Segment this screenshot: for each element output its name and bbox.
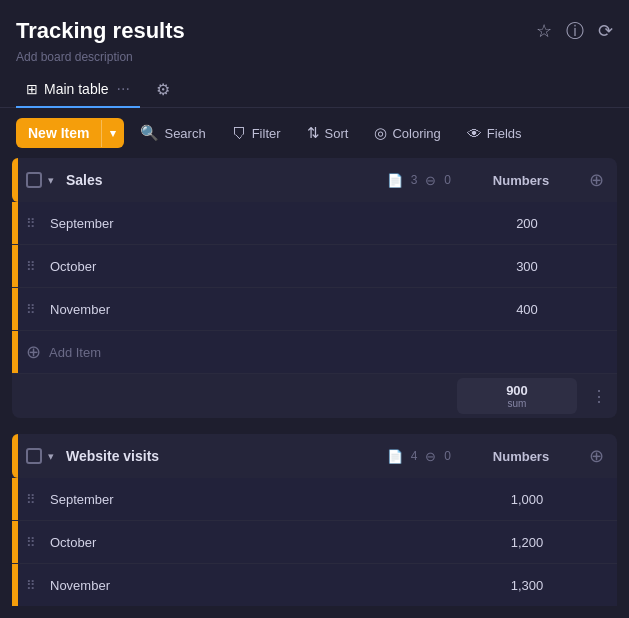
add-item-row[interactable]: ⊕ Add Item — [12, 331, 617, 374]
table-row: ⠿ October 1,200 — [12, 521, 617, 564]
toolbar: New Item ▾ 🔍 Search ⛉ Filter ⇅ Sort ◎ Co… — [0, 108, 629, 158]
sort-icon: ⇅ — [307, 124, 320, 142]
group-sub-count: 0 — [444, 449, 451, 463]
group-meta: 📄 3 ⊖ 0 — [377, 173, 461, 188]
coloring-button[interactable]: ◎ Coloring — [364, 118, 450, 148]
drag-handle-icon[interactable]: ⠿ — [18, 492, 44, 507]
info-icon[interactable]: ⓘ — [566, 19, 584, 43]
group-sales: ▾ Sales 📄 3 ⊖ 0 Numbers ⊕ ⠿ September 20… — [12, 158, 617, 418]
row-name[interactable]: October — [44, 525, 467, 560]
group-chevron-icon[interactable]: ▾ — [48, 450, 54, 463]
filter-button[interactable]: ⛉ Filter — [222, 119, 291, 148]
table-row: ⠿ September 200 — [12, 202, 617, 245]
group-website-header: ▾ Website visits 📄 4 ⊖ 0 Numbers ⊕ — [12, 434, 617, 478]
sub-icon: ⊖ — [425, 173, 436, 188]
table-row: ⠿ November 1,300 — [12, 564, 617, 606]
filter-label: Filter — [252, 126, 281, 141]
row-value: 400 — [467, 292, 587, 327]
group-sales-header: ▾ Sales 📄 3 ⊖ 0 Numbers ⊕ — [12, 158, 617, 202]
settings-icon[interactable]: ⚙ — [156, 80, 170, 99]
board-description[interactable]: Add board description — [0, 50, 629, 72]
add-column-button[interactable]: ⊕ — [581, 165, 611, 195]
table-row: ⠿ October 300 — [12, 245, 617, 288]
search-label: Search — [164, 126, 205, 141]
row-name[interactable]: October — [44, 249, 467, 284]
group-chevron-icon[interactable]: ▾ — [48, 174, 54, 187]
docs-icon: 📄 — [387, 449, 403, 464]
sub-icon: ⊖ — [425, 449, 436, 464]
filter-icon: ⛉ — [232, 125, 247, 142]
docs-icon: 📄 — [387, 173, 403, 188]
group-name[interactable]: Website visits — [62, 438, 377, 474]
group-sub-count: 0 — [444, 173, 451, 187]
tab-label: Main table — [44, 81, 109, 97]
row-name[interactable]: November — [44, 568, 467, 603]
drag-handle-icon[interactable]: ⠿ — [18, 259, 44, 274]
drag-handle-icon[interactable]: ⠿ — [18, 535, 44, 550]
row-value: 1,200 — [467, 525, 587, 560]
content-area: ▾ Sales 📄 3 ⊖ 0 Numbers ⊕ ⠿ September 20… — [0, 158, 629, 606]
sum-value-wrap: 900 sum — [457, 378, 577, 414]
table-row: ⠿ November 400 — [12, 288, 617, 331]
row-value: 1,300 — [467, 568, 587, 603]
sum-label: sum — [508, 398, 527, 409]
page-title: Tracking results — [16, 18, 185, 44]
table-icon: ⊞ — [26, 81, 38, 97]
drag-handle-icon[interactable]: ⠿ — [18, 578, 44, 593]
search-icon: 🔍 — [140, 124, 159, 142]
sum-row: 900 sum ⋮ — [12, 374, 617, 418]
group-docs-count: 3 — [411, 173, 418, 187]
star-icon[interactable]: ☆ — [536, 20, 552, 42]
new-item-dropdown-arrow[interactable]: ▾ — [101, 120, 124, 147]
group-name[interactable]: Sales — [62, 162, 377, 198]
row-value: 200 — [467, 206, 587, 241]
col-header-numbers: Numbers — [461, 439, 581, 474]
header: Tracking results ☆ ⓘ ⟳ — [0, 0, 629, 50]
table-tabs: ⊞ Main table ··· ⚙ — [0, 72, 629, 108]
coloring-label: Coloring — [392, 126, 440, 141]
tab-more-icon[interactable]: ··· — [117, 80, 130, 98]
coloring-icon: ◎ — [374, 124, 387, 142]
fields-label: Fields — [487, 126, 522, 141]
group-docs-count: 4 — [411, 449, 418, 463]
group-checkbox-wrap: ▾ — [18, 438, 62, 474]
group-checkbox[interactable] — [26, 172, 42, 188]
group-website-visits: ▾ Website visits 📄 4 ⊖ 0 Numbers ⊕ ⠿ Sep… — [12, 434, 617, 606]
sum-more-icon[interactable]: ⋮ — [581, 387, 617, 406]
row-name[interactable]: September — [44, 482, 467, 517]
row-name[interactable]: November — [44, 292, 467, 327]
new-item-label: New Item — [16, 118, 101, 148]
add-item-icon: ⊕ — [18, 341, 49, 363]
add-column-button[interactable]: ⊕ — [581, 441, 611, 471]
search-button[interactable]: 🔍 Search — [130, 118, 215, 148]
row-value: 1,000 — [467, 482, 587, 517]
sort-label: Sort — [325, 126, 349, 141]
refresh-icon[interactable]: ⟳ — [598, 20, 613, 42]
fields-button[interactable]: 👁 Fields — [457, 119, 532, 148]
add-item-label: Add Item — [49, 345, 101, 360]
group-meta: 📄 4 ⊖ 0 — [377, 449, 461, 464]
col-header-numbers: Numbers — [461, 163, 581, 198]
header-actions: ☆ ⓘ ⟳ — [536, 19, 613, 43]
sort-button[interactable]: ⇅ Sort — [297, 118, 359, 148]
drag-handle-icon[interactable]: ⠿ — [18, 216, 44, 231]
fields-icon: 👁 — [467, 125, 482, 142]
group-checkbox[interactable] — [26, 448, 42, 464]
new-item-button[interactable]: New Item ▾ — [16, 118, 124, 148]
group-checkbox-wrap: ▾ — [18, 162, 62, 198]
drag-handle-icon[interactable]: ⠿ — [18, 302, 44, 317]
table-row: ⠿ September 1,000 — [12, 478, 617, 521]
tab-main-table[interactable]: ⊞ Main table ··· — [16, 72, 140, 108]
row-value: 300 — [467, 249, 587, 284]
row-name[interactable]: September — [44, 206, 467, 241]
sum-value: 900 — [506, 383, 528, 398]
